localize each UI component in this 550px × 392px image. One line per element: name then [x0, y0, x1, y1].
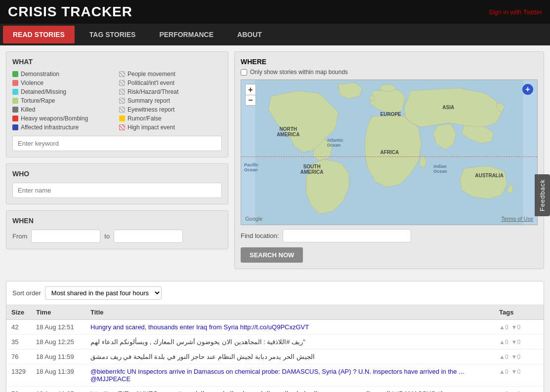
map-zoom-controls: + −	[245, 84, 256, 106]
tag-risk[interactable]: Risk/Hazard/Threat	[119, 88, 222, 95]
cell-size: 35	[6, 335, 31, 350]
tag-dot-violence	[12, 80, 18, 86]
tag-down-icon: ▼	[511, 368, 517, 375]
title-link[interactable]: @bieberrkfc UN inspectors arrive in Dama…	[90, 368, 464, 383]
terms-of-use-link[interactable]: Terms of Use	[501, 216, 533, 222]
tag-eyewitness[interactable]: Eyewitness report	[119, 106, 222, 113]
from-label: From	[12, 233, 27, 240]
cell-time: 18 Aug 11:39	[31, 364, 85, 387]
cell-time: 18 Aug 11:05	[31, 387, 85, 392]
keyword-input[interactable]	[12, 136, 222, 151]
tag-heavy-weapons[interactable]: Heavy weapons/Bombing	[12, 115, 115, 122]
tag-dot-torture	[12, 98, 18, 104]
cell-size: 76	[6, 350, 31, 364]
to-date-input[interactable]	[114, 230, 183, 243]
tag-people-movement[interactable]: People movement	[119, 71, 222, 78]
cell-title: الجيش الحر يدمر دبابة لجيش النظام عند حا…	[85, 350, 494, 364]
when-row: From to	[12, 230, 222, 243]
cell-size: 59	[6, 387, 31, 392]
zoom-out-button[interactable]: −	[245, 95, 256, 106]
where-section: WHERE Only show stories within map bound…	[234, 51, 544, 269]
tag-dot-infrastructure	[12, 124, 18, 130]
header: CRISIS TRACKER Sign in with Twitter	[0, 0, 550, 24]
cell-tags: ▲0▼0	[494, 350, 544, 364]
tag-down-count: 0	[517, 353, 520, 360]
tag-up-count: 0	[505, 353, 508, 360]
when-title: WHEN	[12, 217, 222, 225]
tag-up-count: 0	[505, 368, 508, 375]
cell-size: 1329	[6, 364, 31, 387]
nav-about[interactable]: ABOUT	[225, 24, 274, 45]
tag-killed[interactable]: Killed	[12, 106, 115, 113]
tag-label-people-movement: People movement	[127, 71, 175, 78]
tag-label-torture: Torture/Rape	[21, 97, 55, 104]
sort-label: Sort order	[12, 289, 41, 297]
title-text: سوريا# I #DAMACSUS الجيش الحر يستهدف مبن…	[90, 390, 457, 392]
tag-label-political: Political/int'l event	[127, 79, 174, 86]
map-svg	[241, 80, 537, 225]
tag-up-icon: ▲	[499, 353, 505, 360]
sign-in-link[interactable]: Sign in with Twitter	[489, 8, 542, 16]
name-input[interactable]	[12, 183, 222, 198]
tag-dot-heavy-weapons	[12, 116, 18, 121]
tag-detained[interactable]: Detained/Missing	[12, 88, 115, 95]
map-new-button[interactable]: +	[522, 84, 533, 95]
feedback-button[interactable]: Feedback	[535, 174, 550, 216]
nav: READ STORIES TAG STORIES PERFORMANCE ABO…	[0, 24, 550, 45]
tag-down-icon: ▼	[511, 324, 517, 331]
results-header: Sort order Most shared in the past four …	[6, 281, 544, 305]
tag-dot-summary	[119, 98, 125, 104]
tag-dot-risk	[119, 89, 125, 95]
where-title: WHERE	[241, 58, 538, 66]
map-bounds-checkbox[interactable]	[241, 69, 247, 76]
tag-rumor[interactable]: Rumor/False	[119, 115, 222, 122]
title-link[interactable]: Hungry and scared, thousands enter Iraq …	[90, 323, 309, 331]
nav-performance[interactable]: PERFORMANCE	[147, 24, 225, 45]
table-row: 3518 Aug 12:25"ريف #اللاذقية : المجاهدين…	[6, 335, 544, 350]
tag-up-icon: ▲	[499, 368, 505, 375]
right-panel: WHERE Only show stories within map bound…	[234, 51, 544, 275]
tag-up-count: 0	[505, 324, 508, 331]
tag-label-rumor: Rumor/False	[127, 115, 162, 122]
title-text: الجيش الحر يدمر دبابة لجيش النظام عند حا…	[90, 353, 315, 360]
find-location-row: Find location:	[241, 229, 538, 242]
tag-down-count: 0	[517, 339, 520, 346]
cell-title: @bieberrkfc UN inspectors arrive in Dama…	[85, 364, 494, 387]
cell-tags: ▲0▼0	[494, 320, 544, 335]
nav-read-stories[interactable]: READ STORIES	[3, 26, 75, 43]
nav-tag-stories[interactable]: TAG STORIES	[78, 24, 148, 45]
tag-dot-political	[119, 80, 125, 86]
map-bounds-row: Only show stories within map bounds	[241, 69, 538, 76]
map-container: + − + NORTHAMERICA SOUTHAMERICA EUROPE A…	[241, 79, 538, 225]
table-row: 5918 Aug 11:05سوريا# I #DAMACSUS الجيش ا…	[6, 387, 544, 392]
search-now-button[interactable]: SEARCH NOW	[241, 247, 303, 263]
table-row: 132918 Aug 11:39@bieberrkfc UN inspector…	[6, 364, 544, 387]
find-location-label: Find location:	[241, 232, 279, 239]
cell-tags: ▲0▼0	[494, 335, 544, 350]
what-title: WHAT	[12, 58, 222, 66]
tag-label-summary: Summary report	[127, 97, 170, 104]
from-date-input[interactable]	[31, 230, 100, 243]
find-location-input[interactable]	[283, 229, 411, 242]
tag-political[interactable]: Political/int'l event	[119, 79, 222, 86]
tag-demonstration[interactable]: Demonstration	[12, 71, 115, 78]
tag-label-violence: Violence	[21, 79, 43, 86]
title-text: "ريف #اللاذقية : المجاهدين الان يخوضون أ…	[90, 338, 305, 346]
tag-label-detained: Detained/Missing	[21, 88, 66, 95]
tag-infrastructure[interactable]: Affected infrastructure	[12, 124, 115, 131]
tag-high-impact[interactable]: High impact event	[119, 124, 222, 131]
tag-dot-high-impact	[119, 124, 125, 130]
tag-violence[interactable]: Violence	[12, 79, 115, 86]
cell-title: سوريا# I #DAMACSUS الجيش الحر يستهدف مبن…	[85, 387, 494, 392]
tag-label-killed: Killed	[21, 106, 35, 113]
col-header-title: Title	[85, 305, 494, 320]
table-row: 7618 Aug 11:59الجيش الحر يدمر دبابة لجيش…	[6, 350, 544, 364]
tag-torture[interactable]: Torture/Rape	[12, 97, 115, 104]
tag-summary[interactable]: Summary report	[119, 97, 222, 104]
zoom-in-button[interactable]: +	[245, 84, 256, 95]
cell-time: 18 Aug 11:59	[31, 350, 85, 364]
tag-down-count: 0	[517, 324, 520, 331]
cell-time: 18 Aug 12:25	[31, 335, 85, 350]
tag-label-eyewitness: Eyewitness report	[127, 106, 174, 113]
sort-select[interactable]: Most shared in the past four hours Most …	[45, 286, 162, 300]
